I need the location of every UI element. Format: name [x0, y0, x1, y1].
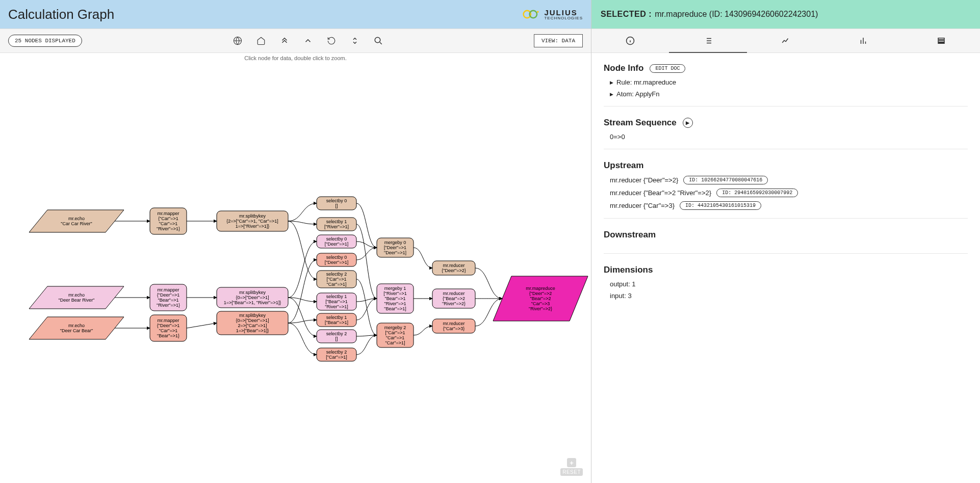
rows-icon: [937, 36, 946, 45]
nodes-displayed-pill[interactable]: 25 NODES DISPLAYED: [8, 35, 82, 47]
globe-icon[interactable]: [233, 36, 242, 45]
node-select-5[interactable]: selectby 1["Bear"=>1"River"=>1]: [317, 293, 356, 310]
node-echo-0[interactable]: mr.echo"Car Car River": [29, 210, 124, 232]
chevron-up-icon[interactable]: [303, 36, 313, 45]
svg-text:mr.mapreduce: mr.mapreduce: [526, 286, 555, 291]
node-select-4[interactable]: selectby 2["Car"=>1"Car"=>1]: [317, 271, 356, 288]
node-mapper-2[interactable]: mr.mapper{"Deer"=>1"Car"=>1"Bear"=>1}: [150, 315, 187, 341]
selected-header: SELECTED : mr.mapreduce (ID: 14309694260…: [591, 0, 980, 29]
svg-text:["Car"=>1]: ["Car"=>1]: [326, 355, 347, 360]
svg-text:["River"=>1: ["River"=>1: [383, 291, 406, 296]
svg-text:selectby 0: selectby 0: [326, 198, 347, 203]
svg-text:{"Car"=>1: {"Car"=>1: [158, 216, 178, 221]
downstream-panel: Downstream: [604, 230, 968, 254]
svg-text:mergeby 1: mergeby 1: [384, 286, 406, 291]
svg-text:mr.echo: mr.echo: [68, 323, 85, 328]
svg-text:"Car"=>1: "Car"=>1: [386, 335, 404, 340]
svg-text:"Bear"=>1: "Bear"=>1: [158, 298, 179, 303]
node-select-1[interactable]: selectby 1["River"=>1]: [317, 218, 356, 231]
svg-text:mr.reducer: mr.reducer: [443, 263, 465, 268]
node-split-0[interactable]: mr.splitbykey{2=>["Car"=>1, "Car"=>1]1=>…: [217, 211, 288, 231]
node-reducer-2[interactable]: mr.reducer{"Car"=>3}: [432, 319, 475, 333]
home-icon[interactable]: [256, 36, 266, 45]
node-select-7[interactable]: selectby 2[]: [317, 330, 356, 343]
svg-text:["Car"=>1: ["Car"=>1: [385, 330, 405, 335]
node-echo-1[interactable]: mr.echo"Deer Bear River": [29, 286, 124, 309]
node-mapreduce-final[interactable]: mr.mapreduce{"Deer"=>2"Bear"=>2"Car"=>3"…: [493, 276, 588, 321]
node-select-2[interactable]: selectby 0["Deer"=>1]: [317, 235, 356, 248]
node-info-title: Node Info: [604, 63, 643, 73]
svg-text:"River"=>1]: "River"=>1]: [325, 304, 348, 309]
bar-chart-icon: [859, 36, 868, 45]
zoom-in-button[interactable]: +: [567, 458, 576, 467]
svg-text:"River"=>1}: "River"=>1}: [157, 226, 180, 231]
svg-rect-104: [938, 40, 944, 42]
stream-title: Stream Sequence: [604, 118, 677, 128]
tab-chart[interactable]: [747, 29, 824, 52]
upstream-id-pill[interactable]: ID: 10266204770080047616: [683, 176, 768, 184]
double-chevron-up-icon[interactable]: [280, 36, 289, 45]
node-echo-2[interactable]: mr.echo"Deer Car Bear": [29, 317, 124, 339]
svg-text:selectby 2: selectby 2: [326, 272, 347, 277]
node-merge-2[interactable]: mergeby 2["Car"=>1"Car"=>1"Car"=>1]: [377, 323, 414, 347]
svg-text:selectby 2: selectby 2: [326, 331, 347, 336]
svg-point-4: [375, 37, 380, 43]
info-icon: [626, 36, 635, 45]
svg-text:mr.mapper: mr.mapper: [157, 211, 179, 216]
edit-doc-button[interactable]: EDIT DOC: [650, 64, 685, 73]
view-mode-button[interactable]: VIEW: DATA: [534, 34, 583, 47]
downstream-title: Downstream: [604, 230, 656, 240]
node-mapper-1[interactable]: mr.mapper{"Deer"=>1"Bear"=>1"River"=>1}: [150, 284, 187, 311]
play-button[interactable]: ▶: [683, 118, 693, 128]
svg-text:"Car"=>3: "Car"=>3: [531, 301, 550, 306]
svg-text:{"Deer"=>2}: {"Deer"=>2}: [442, 268, 466, 273]
node-select-0[interactable]: selectby 0[]: [317, 197, 356, 210]
logo-text-main: JULIUS: [544, 9, 583, 16]
svg-text:{0=>["Deer"=>1]: {0=>["Deer"=>1]: [236, 295, 269, 300]
node-split-2[interactable]: mr.splitbykey{0=>["Deer"=>1]2=>["Car"=>1…: [217, 311, 288, 335]
svg-text:selectby 1: selectby 1: [326, 294, 347, 299]
toolbar: 25 NODES DISPLAYED VIEW:: [0, 29, 591, 53]
svg-text:"Bear"=>2: "Bear"=>2: [530, 296, 551, 301]
node-select-6[interactable]: selectby 1["Bear"=>1]: [317, 313, 356, 327]
node-select-3[interactable]: selectby 0["Deer"=>1]: [317, 253, 356, 266]
atom-row[interactable]: Atom: ApplyFn: [610, 90, 968, 98]
svg-text:1=>["River"=>1]}: 1=>["River"=>1]}: [236, 224, 269, 229]
svg-text:selectby 2: selectby 2: [326, 350, 347, 355]
svg-text:{0=>["Deer"=>1]: {0=>["Deer"=>1]: [236, 318, 269, 323]
stream-panel: Stream Sequence ▶ 0=>0: [604, 118, 968, 149]
node-mapper-0[interactable]: mr.mapper{"Car"=>1"Car"=>1"River"=>1}: [150, 208, 187, 234]
svg-text:2=>["Car"=>1]: 2=>["Car"=>1]: [238, 323, 267, 328]
node-select-8[interactable]: selectby 2["Car"=>1]: [317, 348, 356, 361]
svg-text:mr.mapper: mr.mapper: [157, 287, 179, 292]
svg-text:"River"=>1: "River"=>1: [384, 301, 406, 306]
node-merge-1[interactable]: mergeby 1["River"=>1"Bear"=>1"River"=>1"…: [377, 284, 414, 313]
refresh-icon[interactable]: [327, 36, 336, 45]
node-info-panel: Node Info EDIT DOC Rule: mr.mapreduce At…: [604, 63, 968, 106]
tab-list[interactable]: [669, 29, 746, 52]
tab-rows[interactable]: [902, 29, 980, 52]
dim-input: input: 3: [610, 292, 968, 300]
tab-info[interactable]: [591, 29, 669, 52]
svg-text:mr.splitbykey: mr.splitbykey: [239, 290, 266, 295]
svg-text:mr.reducer: mr.reducer: [443, 321, 465, 326]
rule-row[interactable]: Rule: mr.mapreduce: [610, 78, 968, 86]
upstream-id-pill[interactable]: ID: 4432105430161015319: [680, 201, 761, 210]
node-reducer-1[interactable]: mr.reducer{"Bear"=>2"River"=>2}: [432, 289, 475, 308]
svg-text:mr.reducer: mr.reducer: [443, 291, 465, 296]
reset-button[interactable]: RESET: [560, 468, 583, 476]
svg-text:"River"=>2}: "River"=>2}: [529, 306, 552, 311]
updown-icon[interactable]: [350, 36, 359, 45]
node-merge-0[interactable]: mergeby 0["Deer"=>1"Deer"=>1]: [377, 238, 414, 257]
node-split-1[interactable]: mr.splitbykey{0=>["Deer"=>1]1=>["Bear"=>…: [217, 287, 288, 308]
search-icon[interactable]: [374, 36, 383, 45]
svg-text:selectby 1: selectby 1: [326, 219, 347, 224]
upstream-id-pill[interactable]: ID: 2948165992030007992: [716, 189, 798, 197]
tab-bar[interactable]: [824, 29, 902, 52]
svg-text:["Deer"=>1: ["Deer"=>1: [384, 245, 406, 250]
svg-text:mr.echo: mr.echo: [68, 216, 85, 221]
svg-text:"Bear"=>1]: "Bear"=>1]: [384, 306, 406, 311]
node-reducer-0[interactable]: mr.reducer{"Deer"=>2}: [432, 261, 475, 275]
hint-text: Click node for data, double click to zoo…: [0, 53, 591, 63]
graph-canvas[interactable]: mr.echo"Car Car River"mr.echo"Deer Bear …: [0, 63, 591, 483]
